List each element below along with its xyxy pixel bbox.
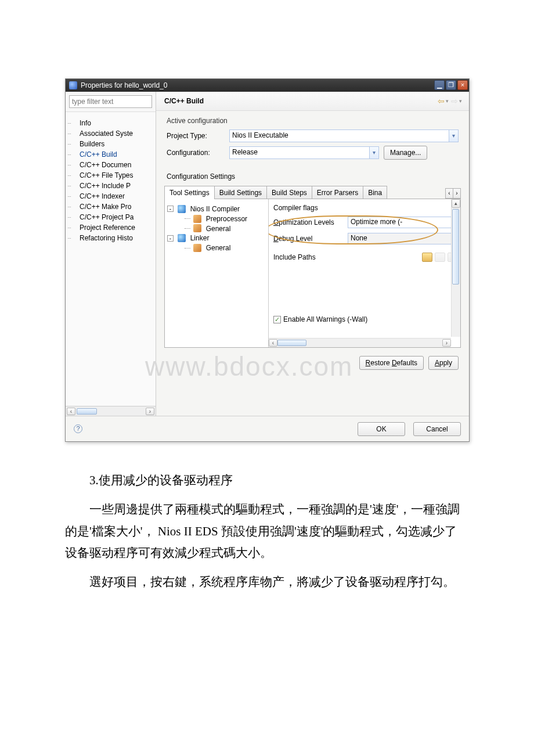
essay-p2: 一些周邊提供了兩種模式的驅動程式，一種強調的是'速度'，一種強調的是'檔案大小'…: [65, 499, 466, 564]
nav-item-info[interactable]: Info: [71, 118, 156, 128]
tool-settings-panel: - Nios II Compiler Preprocessor General: [164, 199, 461, 348]
filter-input[interactable]: [69, 95, 152, 108]
tool-tree: - Nios II Compiler Preprocessor General: [165, 199, 268, 347]
scroll-right-icon[interactable]: ›: [442, 339, 451, 347]
history-nav: ⇦ ▾ ⇨ ▾: [438, 96, 462, 106]
configuration-label: Configuration:: [167, 149, 225, 157]
add-path-icon[interactable]: [422, 253, 432, 262]
project-type-label: Project Type:: [167, 132, 225, 140]
tool-node-linker-general[interactable]: General: [167, 243, 266, 253]
include-paths-label: Include Paths: [273, 253, 316, 261]
essay-p1: 3.使用减少的设备驱动程序: [65, 470, 466, 492]
wrench-icon: [193, 244, 201, 252]
collapse-icon[interactable]: -: [167, 235, 174, 242]
back-icon[interactable]: ⇦: [438, 96, 445, 106]
debug-level-label: Debug Level: [273, 235, 348, 243]
forward-menu-icon[interactable]: ▾: [459, 98, 462, 104]
tabs-scroll-right-icon[interactable]: ›: [453, 188, 461, 199]
edit-path-icon[interactable]: [435, 253, 445, 262]
tool-node-general[interactable]: General: [167, 224, 266, 233]
app-icon: [69, 81, 77, 89]
tab-error-parsers[interactable]: Error Parsers: [312, 186, 363, 199]
enable-warnings-checkbox[interactable]: ✓: [273, 316, 281, 323]
apply-button[interactable]: Apply: [428, 356, 459, 370]
forward-icon[interactable]: ⇨: [451, 96, 458, 106]
window-title: Properties for hello_world_0: [81, 81, 167, 89]
chevron-down-icon: ▾: [369, 147, 378, 159]
project-type-select[interactable]: Nios II Executable ▾: [229, 129, 459, 142]
optimization-label: Optimization Levels: [273, 218, 348, 226]
nav-item-cpp-project-paths[interactable]: C/C++ Project Pa: [71, 212, 156, 222]
help-icon[interactable]: ?: [74, 424, 82, 433]
scroll-left-icon[interactable]: ‹: [67, 408, 75, 415]
minimize-button[interactable]: ▁: [434, 80, 445, 90]
close-button[interactable]: ×: [457, 80, 468, 90]
linker-icon: [178, 234, 186, 242]
manage-button[interactable]: Manage...: [384, 146, 427, 160]
compiler-flags-label: Compiler flags: [273, 204, 348, 212]
nav-item-refactoring-history[interactable]: Refactoring Histo: [71, 233, 156, 243]
nav-item-cpp-indexer[interactable]: C/C++ Indexer: [71, 191, 156, 201]
v-scroll-thumb[interactable]: [452, 209, 459, 285]
tool-node-linker[interactable]: - Linker: [167, 233, 266, 243]
nav-item-project-references[interactable]: Project Reference: [71, 222, 156, 233]
wrench-icon: [193, 215, 201, 223]
restore-button[interactable]: ❐: [446, 80, 456, 90]
settings-pane: C/C++ Build ⇦ ▾ ⇨ ▾ Active configuration…: [156, 92, 469, 416]
tab-tool-settings[interactable]: Tool Settings: [164, 186, 215, 199]
nav-item-cpp-make-project[interactable]: C/C++ Make Pro: [71, 201, 156, 212]
configuration-value: Release: [232, 148, 258, 156]
wrench-icon: [193, 224, 201, 232]
nav-item-cpp-build[interactable]: C/C++ Build: [71, 149, 156, 160]
chevron-down-icon: ▾: [449, 130, 458, 142]
nav-item-builders[interactable]: Builders: [71, 139, 156, 149]
scroll-right-icon[interactable]: ›: [146, 408, 154, 415]
dialog-footer: ? OK Cancel: [66, 416, 469, 441]
tool-node-compiler[interactable]: - Nios II Compiler: [167, 204, 266, 214]
h-scroll-thumb[interactable]: [277, 340, 306, 346]
collapse-icon[interactable]: -: [167, 206, 174, 212]
document-text: 3.使用减少的设备驱动程序 一些周邊提供了兩種模式的驅動程式，一種強調的是'速度…: [65, 470, 466, 593]
nav-item-cpp-documentation[interactable]: C/C++ Documen: [71, 160, 156, 170]
sidebar-scrollbar[interactable]: ‹ ›: [66, 406, 156, 416]
props-vscrollbar[interactable]: ▴: [451, 199, 460, 337]
tab-binary-parsers[interactable]: Bina: [363, 186, 387, 199]
cancel-button[interactable]: Cancel: [413, 422, 461, 436]
tool-node-preprocessor[interactable]: Preprocessor: [167, 214, 266, 224]
debug-level-select[interactable]: None: [348, 233, 458, 244]
properties-dialog: Properties for hello_world_0 ▁ ❐ × Info …: [65, 78, 470, 442]
titlebar[interactable]: Properties for hello_world_0 ▁ ❐ ×: [66, 79, 469, 92]
restore-defaults-button[interactable]: Restore Defaults: [359, 356, 424, 370]
scroll-thumb[interactable]: [77, 408, 97, 415]
nav-item-cpp-include-paths[interactable]: C/C++ Include P: [71, 181, 156, 191]
active-config-legend: Active configuration: [167, 117, 459, 125]
nav-item-cpp-file-types[interactable]: C/C++ File Types: [71, 170, 156, 181]
category-sidebar: Info Associated Syste Builders C/C++ Bui…: [66, 92, 156, 416]
configuration-select[interactable]: Release ▾: [229, 146, 379, 159]
config-settings-label: Configuration Settings: [167, 172, 461, 181]
enable-warnings-label: Enable All Warnings (-Wall): [283, 315, 367, 323]
optimization-select[interactable]: Optimize more (-: [348, 217, 458, 228]
tool-properties: Compiler flags Optimization Levels Optim…: [268, 199, 460, 347]
props-hscrollbar[interactable]: ‹ ›: [269, 338, 451, 347]
settings-tabs: Tool Settings Build Settings Build Steps…: [164, 185, 461, 199]
ok-button[interactable]: OK: [358, 422, 405, 436]
nav-tree: Info Associated Syste Builders C/C++ Bui…: [66, 112, 156, 406]
project-type-value: Nios II Executable: [232, 131, 288, 139]
tab-build-steps[interactable]: Build Steps: [266, 186, 312, 199]
tabs-scroll-left-icon[interactable]: ‹: [445, 188, 453, 199]
scroll-up-icon[interactable]: ▴: [452, 199, 460, 208]
back-menu-icon[interactable]: ▾: [446, 98, 449, 104]
tab-build-settings[interactable]: Build Settings: [214, 186, 267, 199]
nav-item-assoc-systems[interactable]: Associated Syste: [71, 128, 156, 139]
compiler-icon: [178, 205, 186, 213]
active-config-group: Active configuration Project Type: Nios …: [164, 117, 461, 168]
scroll-left-icon[interactable]: ‹: [269, 339, 277, 347]
essay-p3: 選好项目，按右鍵，系统程序库物产，將减少了设备驱动程序打勾。: [65, 571, 466, 593]
pane-title: C/C++ Build: [164, 97, 204, 105]
